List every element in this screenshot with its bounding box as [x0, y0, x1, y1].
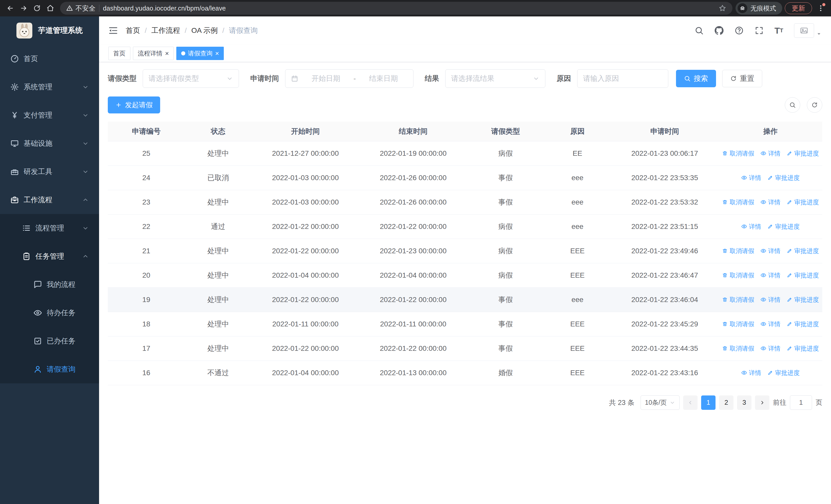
breadcrumb-item[interactable]: OA 示例: [192, 26, 218, 35]
logo[interactable]: 芋道管理系统: [0, 17, 99, 45]
sidebar-item-system-mgmt[interactable]: 系统管理: [0, 73, 99, 101]
cancel-leave-link[interactable]: 取消请假: [722, 149, 754, 157]
help-button[interactable]: [735, 26, 744, 35]
progress-link[interactable]: 审批进度: [767, 369, 800, 377]
cancel-leave-link[interactable]: 取消请假: [722, 296, 754, 304]
end-date-input[interactable]: 结束日期: [360, 73, 407, 83]
sidebar-item-process-mgmt[interactable]: 流程管理: [0, 214, 99, 242]
sidebar-item-dev-tools[interactable]: 研发工具: [0, 157, 99, 186]
forward-button[interactable]: [17, 2, 30, 15]
next-page-button[interactable]: [755, 395, 769, 410]
bookmark-star-icon[interactable]: [719, 4, 726, 12]
avatar-menu[interactable]: [794, 23, 822, 38]
breadcrumb-item[interactable]: 首页: [126, 26, 140, 35]
page-button-2[interactable]: 2: [719, 395, 734, 410]
goto-page-input[interactable]: [790, 395, 812, 410]
sidebar-item-payment-mgmt[interactable]: 支付管理: [0, 101, 99, 129]
tab-leave-query[interactable]: 请假查询×: [176, 47, 224, 60]
active-tab-dot: [181, 51, 185, 55]
page-button-3[interactable]: 3: [737, 395, 751, 410]
cell-start-time: 2022-01-03 00:00:00: [252, 166, 359, 190]
fontsize-button[interactable]: TT: [775, 26, 783, 36]
cancel-leave-link[interactable]: 取消请假: [722, 271, 754, 279]
detail-link[interactable]: 详情: [761, 320, 780, 328]
cancel-leave-link[interactable]: 取消请假: [722, 345, 754, 353]
create-leave-button[interactable]: 发起请假: [108, 96, 160, 113]
tab-process-detail[interactable]: 流程详情×: [133, 47, 174, 60]
sidebar-item-infrastructure[interactable]: 基础设施: [0, 129, 99, 157]
start-date-input[interactable]: 开始日期: [302, 73, 350, 83]
date-range-picker[interactable]: 开始日期 - 结束日期: [285, 69, 413, 88]
tab-home[interactable]: 首页: [108, 47, 131, 60]
prev-page-button[interactable]: [683, 395, 697, 410]
leave-type-select[interactable]: 请选择请假类型: [143, 69, 239, 88]
detail-link[interactable]: 详情: [761, 149, 780, 157]
leave-type-label: 请假类型: [108, 73, 137, 83]
result-select[interactable]: 请选择流结果: [445, 69, 545, 88]
header-search-button[interactable]: [694, 26, 704, 35]
progress-link[interactable]: 审批进度: [786, 320, 819, 328]
refresh-table-button[interactable]: [807, 97, 822, 113]
pagination: 共 23 条 10条/页 123 前往 页: [108, 395, 822, 410]
reset-button[interactable]: 重置: [722, 70, 762, 87]
sidebar-item-workflow[interactable]: 工作流程: [0, 186, 99, 214]
update-button[interactable]: 更新: [785, 2, 812, 14]
detail-link[interactable]: 详情: [741, 223, 761, 231]
browser-menu-button[interactable]: [814, 2, 827, 15]
back-button[interactable]: [4, 2, 17, 15]
detail-link[interactable]: 详情: [741, 369, 761, 377]
trash-icon: [722, 346, 728, 351]
reason-input[interactable]: [577, 69, 668, 88]
progress-link[interactable]: 审批进度: [786, 271, 819, 279]
progress-link[interactable]: 审批进度: [786, 149, 819, 157]
progress-link[interactable]: 审批进度: [786, 247, 819, 255]
progress-link[interactable]: 审批进度: [786, 296, 819, 304]
cancel-leave-link[interactable]: 取消请假: [722, 247, 754, 255]
image-icon: [800, 26, 808, 35]
eye-icon: [761, 346, 766, 351]
fullscreen-icon: [754, 26, 764, 35]
search-button[interactable]: 搜索: [676, 70, 716, 87]
breadcrumb-separator: /: [222, 26, 224, 35]
hamburger-fold-button[interactable]: [108, 26, 118, 35]
trash-icon: [722, 321, 728, 327]
breadcrumb-item[interactable]: 工作流程: [151, 26, 180, 35]
sidebar-item-home[interactable]: 首页: [0, 45, 99, 73]
sidebar-item-label: 任务管理: [35, 251, 64, 261]
cell-apply-id: 22: [108, 214, 185, 239]
cell-status: 处理中: [185, 141, 252, 166]
detail-link[interactable]: 详情: [761, 345, 780, 353]
tab-close-icon[interactable]: ×: [215, 50, 219, 57]
sidebar-item-done-tasks[interactable]: 已办任务: [0, 327, 99, 355]
cell-leave-type: 病假: [467, 239, 544, 263]
address-bar[interactable]: 不安全 dashboard.yudao.iocoder.cn/bpm/oa/le…: [60, 2, 733, 14]
progress-link[interactable]: 审批进度: [786, 198, 819, 206]
fullscreen-button[interactable]: [754, 26, 764, 35]
sidebar-item-todo-tasks[interactable]: 待办任务: [0, 299, 99, 327]
tab-close-icon[interactable]: ×: [165, 50, 169, 57]
progress-link[interactable]: 审批进度: [786, 345, 819, 353]
page-size-select[interactable]: 10条/页: [640, 395, 680, 410]
detail-link[interactable]: 详情: [761, 198, 780, 206]
progress-link[interactable]: 审批进度: [767, 174, 800, 182]
home-button[interactable]: [44, 2, 57, 15]
cell-status: 不通过: [185, 360, 252, 385]
cancel-leave-link[interactable]: 取消请假: [722, 320, 754, 328]
security-status[interactable]: 不安全: [66, 4, 95, 13]
detail-link[interactable]: 详情: [761, 247, 780, 255]
detail-link[interactable]: 详情: [761, 296, 780, 304]
trash-icon: [722, 297, 728, 302]
detail-link[interactable]: 详情: [741, 174, 761, 182]
column-header: 状态: [185, 122, 252, 141]
page-button-1[interactable]: 1: [701, 395, 716, 410]
cancel-leave-link[interactable]: 取消请假: [722, 198, 754, 206]
sidebar-item-leave-query[interactable]: 请假查询: [0, 355, 99, 383]
github-button[interactable]: [715, 26, 724, 35]
sidebar-item-my-process[interactable]: 我的流程: [0, 270, 99, 299]
sidebar-item-task-mgmt[interactable]: 任务管理: [0, 242, 99, 270]
detail-link[interactable]: 详情: [761, 271, 780, 279]
toggle-search-button[interactable]: [785, 97, 800, 113]
cell-apply-id: 19: [108, 288, 185, 312]
reload-button[interactable]: [30, 2, 44, 15]
progress-link[interactable]: 审批进度: [767, 223, 800, 231]
